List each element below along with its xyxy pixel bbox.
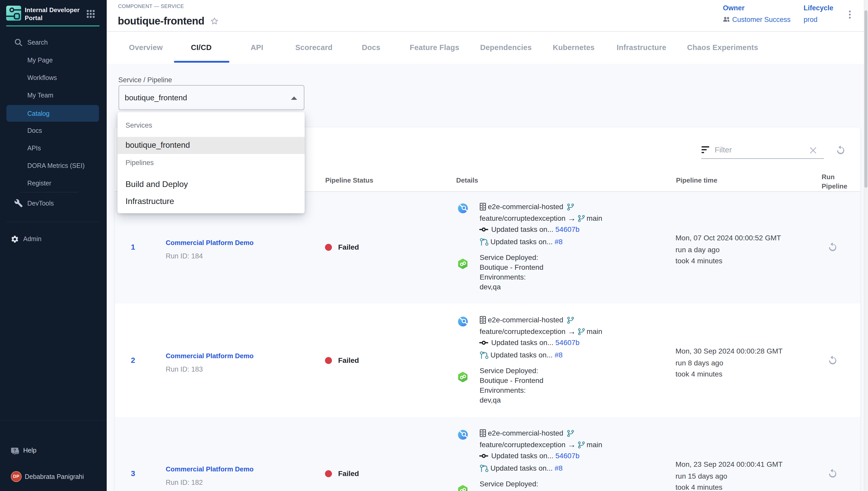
svg-text:?: ?	[13, 448, 16, 453]
